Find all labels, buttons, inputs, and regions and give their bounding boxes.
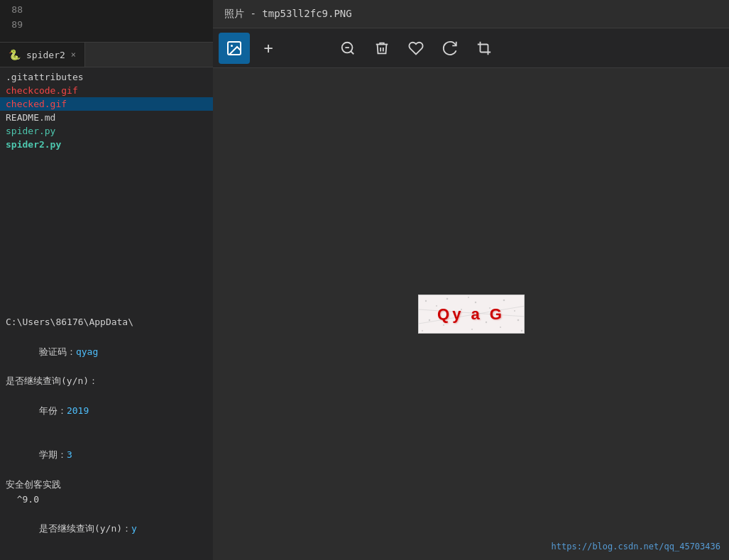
terminal-line-course1: 安全创客实践 (6, 478, 207, 493)
terminal-line-continue1: 是否继续查询(y/n)： (6, 374, 207, 389)
tab-label: spider2 (26, 50, 65, 60)
delete-button[interactable] (366, 33, 398, 64)
image-svg-icon (226, 40, 243, 57)
crop-icon (476, 40, 492, 56)
zoom-icon (340, 40, 356, 56)
terminal-line-continue2: 是否继续查询(y/n)：y (6, 507, 207, 551)
image-icon-button[interactable] (219, 33, 250, 64)
python-icon: 🐍 (9, 49, 21, 60)
file-list: .gitattributes checkcode.gif checked.gif… (0, 67, 213, 312)
svg-point-8 (446, 298, 448, 300)
svg-point-22 (468, 297, 469, 298)
add-button[interactable]: + (253, 33, 284, 64)
terminal-line-captcha: 验证码：qyag (6, 330, 207, 374)
image-viewer-header: 照片 - tmp53ll2fc9.PNG (213, 0, 729, 28)
svg-point-23 (520, 330, 522, 331)
rotate-icon (442, 40, 458, 56)
file-item-gitattributes[interactable]: .gitattributes (0, 70, 213, 84)
heart-icon (408, 40, 424, 56)
line-num-88: 88 (0, 3, 23, 18)
footer-link[interactable]: https://blog.csdn.net/qq_45703436 (552, 542, 720, 551)
terminal-panel: C:\Users\86176\AppData\ 验证码：qyag 是否继续查询(… (0, 312, 213, 560)
svg-point-13 (514, 310, 515, 312)
line-num-89: 89 (0, 18, 23, 33)
terminal-line-year2: 年份：2020 (6, 551, 207, 560)
image-title: 照片 - tmp53ll2fc9.PNG (224, 8, 352, 21)
terminal-line-year1: 年份：2019 (6, 389, 207, 433)
rotate-button[interactable] (434, 33, 466, 64)
captcha-image: Qy a G (418, 295, 525, 334)
svg-point-17 (471, 329, 473, 330)
captcha-text: Qy a G (437, 305, 505, 324)
favorite-button[interactable] (400, 33, 432, 64)
file-item-checked[interactable]: checked.gif (0, 97, 213, 111)
image-display-area: Qy a G https://blog.csdn.net/qq_45703436 (213, 68, 729, 560)
terminal-line-path: C:\Users\86176\AppData\ (6, 315, 207, 330)
svg-point-12 (503, 300, 505, 302)
terminal-line-semester1: 学期：3 (6, 433, 207, 477)
svg-point-19 (500, 326, 501, 328)
image-viewer: 照片 - tmp53ll2fc9.PNG + (213, 0, 729, 560)
code-line-88 (34, 3, 207, 18)
left-panel: 88 89 🐍 spider2 × .gitattributes checkco… (0, 0, 213, 560)
code-line-89 (34, 18, 207, 33)
file-item-spider2[interactable]: spider2.py (0, 138, 213, 151)
file-item-checkcode[interactable]: checkcode.gif (0, 84, 213, 97)
svg-point-1 (231, 45, 233, 47)
file-item-readme[interactable]: README.md (0, 111, 213, 124)
svg-point-6 (424, 300, 426, 302)
terminal-line-score1: ^9.0 (6, 493, 207, 507)
spider2-tab[interactable]: 🐍 spider2 × (0, 43, 85, 67)
image-toolbar: + (213, 28, 729, 68)
delete-icon (374, 40, 390, 56)
file-item-spider[interactable]: spider.py (0, 124, 213, 138)
code-area: 88 89 (0, 0, 213, 43)
svg-point-21 (422, 330, 423, 331)
tab-bar: 🐍 spider2 × (0, 43, 213, 67)
svg-point-20 (517, 319, 519, 322)
svg-point-10 (474, 302, 476, 303)
svg-point-15 (443, 324, 444, 326)
zoom-button[interactable] (332, 33, 363, 64)
svg-line-3 (351, 51, 353, 54)
crop-button[interactable] (468, 33, 500, 64)
tab-close-button[interactable]: × (71, 50, 76, 60)
svg-point-14 (428, 319, 429, 321)
